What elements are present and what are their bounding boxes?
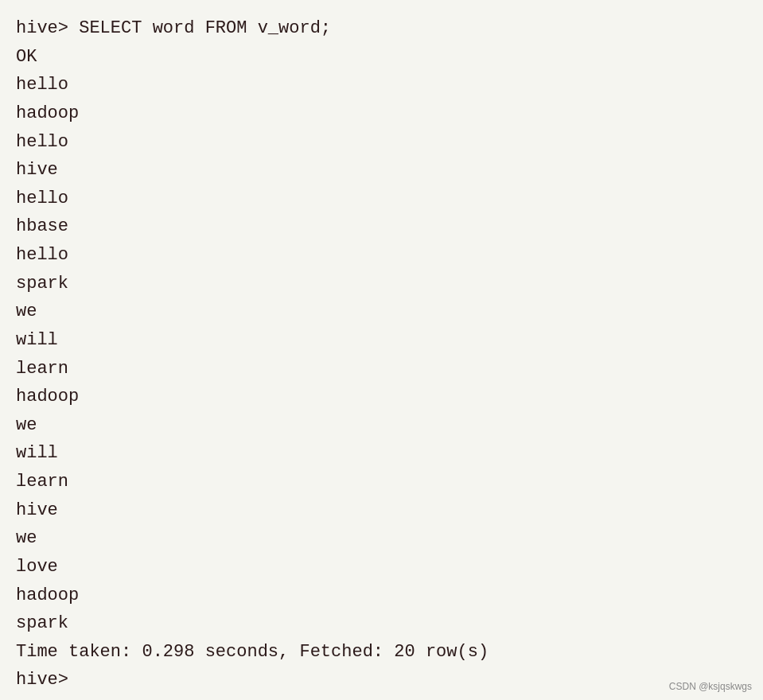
terminal-line: hello [16, 241, 747, 270]
terminal-line: learn [16, 355, 747, 383]
terminal-line: spark [16, 609, 747, 638]
terminal-line: Time taken: 0.298 seconds, Fetched: 20 r… [16, 638, 747, 667]
terminal-window: hive> SELECT word FROM v_word;OKhellohad… [0, 0, 763, 700]
terminal-line: hadoop [16, 383, 747, 411]
terminal-line: spark [16, 270, 747, 298]
terminal-line: OK [16, 43, 747, 72]
terminal-line: hive [16, 496, 747, 525]
terminal-line: hello [16, 71, 747, 99]
terminal-line: hadoop [16, 581, 747, 610]
terminal-line: we [16, 298, 747, 326]
terminal-line: hive [16, 156, 747, 185]
terminal-line: love [16, 553, 747, 581]
terminal-line: hive> SELECT word FROM v_word; [16, 14, 747, 43]
terminal-line: learn [16, 468, 747, 496]
terminal-line: hello [16, 185, 747, 213]
terminal-line: we [16, 524, 747, 553]
terminal-line: will [16, 326, 747, 355]
terminal-line: hbase [16, 212, 747, 241]
terminal-line: hadoop [16, 99, 747, 128]
terminal-line: we [16, 411, 747, 440]
terminal-line: hive> [16, 666, 747, 694]
watermark: CSDN @ksjqskwgs [669, 681, 752, 692]
terminal-line: will [16, 439, 747, 468]
terminal-line: hello [16, 128, 747, 157]
